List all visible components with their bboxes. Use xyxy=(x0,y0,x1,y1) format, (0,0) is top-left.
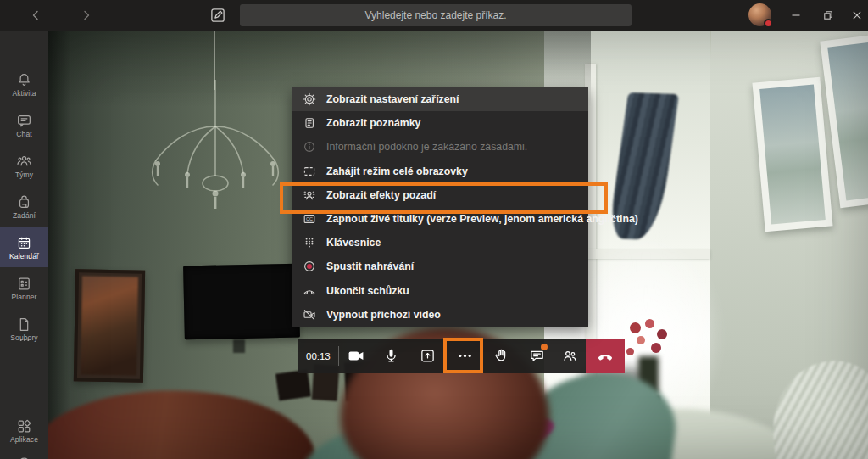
sidebar-item-label: Chat xyxy=(16,130,31,138)
gear-icon xyxy=(303,92,316,106)
sidebar-item-kalendar[interactable]: Kalendář xyxy=(0,227,48,267)
sidebar-item-aktivita[interactable]: Aktivita xyxy=(0,64,48,104)
sidebar-item-napoveda[interactable]: Nápověda xyxy=(0,448,48,459)
menu-item-label: Informační podokno je zakázáno zásadami. xyxy=(326,141,527,153)
people-group-icon xyxy=(16,154,32,170)
chat-button[interactable] xyxy=(520,339,554,373)
closed-captions-icon: CC xyxy=(303,212,316,226)
search-input[interactable] xyxy=(240,4,632,26)
participants-icon xyxy=(562,348,578,364)
new-chat-icon[interactable] xyxy=(209,7,226,24)
maximize-button[interactable] xyxy=(819,7,837,24)
planner-board-icon xyxy=(16,276,32,292)
menu-item-info-pane-disabled: Informační podokno je zakázáno zásadami. xyxy=(292,135,588,159)
sidebar-item-label: Planner xyxy=(12,293,37,301)
sidebar-item-planner[interactable]: Planner xyxy=(0,268,48,308)
menu-item-label: Vypnout příchozí video xyxy=(326,309,441,321)
call-timer: 00:13 xyxy=(298,339,338,373)
sidebar-more-icon[interactable] xyxy=(0,329,48,351)
sidebar-item-tymy[interactable]: Týmy xyxy=(0,146,48,186)
participants-button[interactable] xyxy=(554,339,586,373)
sidebar-item-aplikace[interactable]: Aplikace xyxy=(0,411,48,451)
menu-item-live-captions[interactable]: CC Zapnout živé titulky (verze Preview, … xyxy=(292,207,588,231)
menu-item-device-settings[interactable]: Zobrazit nastavení zařízení xyxy=(292,87,588,111)
hang-up-icon xyxy=(596,347,615,366)
close-button[interactable] xyxy=(848,7,866,24)
call-controls: 00:13 xyxy=(298,339,625,373)
video-off-icon xyxy=(303,308,316,322)
microphone-button[interactable] xyxy=(374,339,409,373)
sidebar-item-label: Kalendář xyxy=(9,252,39,260)
more-options-button[interactable] xyxy=(446,339,485,373)
fullscreen-frame-icon xyxy=(303,165,316,178)
chat-bubble-icon xyxy=(16,113,32,129)
menu-item-label: Zobrazit nastavení zařízení xyxy=(326,93,459,105)
share-screen-button[interactable] xyxy=(409,339,446,373)
menu-item-turn-off-incoming-video[interactable]: Vypnout příchozí video xyxy=(292,303,588,327)
menu-item-label: Klávesnice xyxy=(326,237,381,249)
bell-icon xyxy=(16,72,32,88)
record-dot-icon xyxy=(303,260,316,273)
help-circle-icon xyxy=(16,456,32,459)
backpack-icon xyxy=(16,194,32,210)
menu-item-start-recording[interactable]: Spustit nahrávání xyxy=(292,255,588,278)
raise-hand-icon xyxy=(494,348,510,364)
menu-item-label: Zobrazit efekty pozadí xyxy=(326,189,436,201)
more-options-menu: Zobrazit nastavení zařízení Zobrazit poz… xyxy=(292,87,588,327)
chat-notification-badge xyxy=(541,344,548,350)
menu-item-background-effects[interactable]: Zobrazit efekty pozadí xyxy=(292,183,588,207)
minimize-button[interactable] xyxy=(787,7,805,24)
status-busy-dot xyxy=(764,19,773,28)
menu-item-show-notes[interactable]: Zobrazit poznámky xyxy=(292,111,588,135)
more-options-icon xyxy=(456,347,474,365)
info-circle-icon xyxy=(303,140,316,154)
raise-hand-button[interactable] xyxy=(485,339,520,373)
sidebar: Aktivita Chat Týmy Zadání Kalendář xyxy=(0,31,48,459)
sidebar-item-label: Aplikace xyxy=(10,435,38,444)
svg-text:CC: CC xyxy=(306,216,313,221)
menu-item-end-meeting[interactable]: Ukončit schůzku xyxy=(292,279,588,303)
camera-icon xyxy=(348,347,365,365)
teams-app-window: Aktivita Chat Týmy Zadání Kalendář xyxy=(0,0,868,459)
calendar-icon xyxy=(16,235,32,251)
avatar[interactable] xyxy=(748,3,771,26)
menu-item-label: Ukončit schůzku xyxy=(326,285,409,297)
sidebar-item-label: Aktivita xyxy=(12,89,36,98)
forward-arrow-icon[interactable] xyxy=(79,8,94,23)
menu-item-label: Zapnout živé titulky (verze Preview, jen… xyxy=(326,213,638,225)
dialpad-icon xyxy=(303,236,316,249)
notes-icon xyxy=(303,116,316,130)
menu-item-fullscreen[interactable]: Zahájit režim celé obrazovky xyxy=(292,160,588,183)
microphone-icon xyxy=(383,348,399,364)
hang-up-icon xyxy=(303,284,316,298)
titlebar xyxy=(0,0,868,31)
background-effects-icon xyxy=(303,188,316,202)
hang-up-button[interactable] xyxy=(586,339,625,373)
back-arrow-icon[interactable] xyxy=(28,8,43,23)
sidebar-item-label: Týmy xyxy=(15,171,33,179)
sidebar-item-label: Zadání xyxy=(13,211,36,220)
apps-grid-icon xyxy=(16,418,32,434)
share-screen-icon xyxy=(420,348,436,364)
sidebar-item-chat[interactable]: Chat xyxy=(0,105,48,145)
menu-item-keypad[interactable]: Klávesnice xyxy=(292,231,588,255)
menu-item-label: Zobrazit poznámky xyxy=(326,117,420,129)
camera-button[interactable] xyxy=(339,339,374,373)
menu-item-label: Spustit nahrávání xyxy=(326,260,414,272)
menu-item-label: Zahájit režim celé obrazovky xyxy=(326,165,468,177)
sidebar-item-zadani[interactable]: Zadání xyxy=(0,187,48,227)
